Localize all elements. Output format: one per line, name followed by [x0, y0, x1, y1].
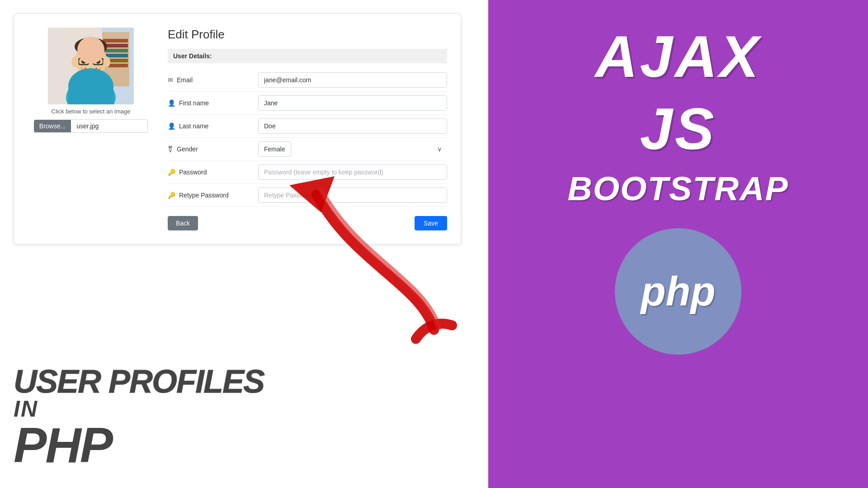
js-title: JS — [640, 99, 716, 158]
avatar-caption: Click below to select an image — [52, 108, 131, 115]
svg-point-13 — [75, 38, 107, 56]
svg-point-9 — [66, 80, 116, 104]
retype-password-input[interactable] — [258, 188, 447, 203]
avatar-image — [48, 28, 134, 104]
password-row: 🔑 Password — [168, 161, 447, 184]
svg-rect-2 — [103, 39, 128, 42]
php-circle: php — [615, 228, 741, 355]
svg-rect-11 — [83, 78, 99, 92]
firstname-icon: 👤 — [168, 99, 175, 107]
firstname-row: 👤 First name — [168, 92, 447, 115]
gender-select-wrapper: Male Female Other — [258, 141, 447, 157]
svg-point-21 — [71, 56, 79, 67]
file-input-row: Browse... user.jpg — [34, 119, 148, 133]
password-input[interactable] — [258, 164, 447, 180]
form-section: Edit Profile User Details: ✉ Email 👤 Fir… — [168, 28, 447, 230]
email-icon: ✉ — [168, 76, 173, 84]
form-title: Edit Profile — [168, 28, 447, 42]
lastname-row: 👤 Last name — [168, 115, 447, 138]
svg-point-19 — [81, 59, 86, 64]
ajax-title: AJAX — [595, 27, 761, 86]
retype-password-row: 🔑 Retype Password — [168, 184, 447, 207]
svg-point-20 — [96, 59, 100, 64]
email-label: ✉ Email — [168, 76, 258, 84]
lastname-label: 👤 Last name — [168, 122, 258, 130]
gender-label: ⚧ Gender — [168, 145, 258, 153]
php-text: php — [641, 268, 716, 315]
password-label: 🔑 Password — [168, 169, 258, 176]
form-actions: Back Save — [168, 216, 447, 230]
retype-password-icon: 🔑 — [168, 192, 175, 199]
gender-select[interactable]: Male Female Other — [258, 141, 291, 157]
bottom-title-line1: User Profiles — [14, 365, 488, 398]
save-button[interactable]: Save — [415, 216, 447, 230]
svg-rect-10 — [86, 68, 95, 80]
svg-point-22 — [103, 56, 110, 67]
email-input[interactable] — [258, 72, 447, 88]
lastname-icon: 👤 — [168, 122, 175, 130]
file-name-display: user.jpg — [71, 119, 148, 133]
bottom-title-line3: PHP — [14, 420, 488, 470]
email-row: ✉ Email — [168, 69, 447, 92]
firstname-label: 👤 First name — [168, 99, 258, 107]
svg-point-12 — [75, 43, 107, 77]
left-panel: Click below to select an image Browse...… — [0, 0, 488, 488]
edit-profile-card: Click below to select an image Browse...… — [14, 14, 461, 244]
right-panel: AJAX JS Bootstrap php — [488, 0, 868, 488]
bottom-text: User Profiles in PHP — [14, 365, 488, 470]
retype-password-label: 🔑 Retype Password — [168, 192, 258, 199]
password-icon: 🔑 — [168, 169, 175, 176]
svg-rect-4 — [103, 49, 128, 52]
section-header: User Details: — [168, 49, 447, 63]
firstname-input[interactable] — [258, 95, 447, 111]
avatar-section: Click below to select an image Browse...… — [28, 28, 154, 230]
gender-icon: ⚧ — [168, 145, 173, 153]
bootstrap-title: Bootstrap — [568, 172, 789, 206]
browse-button[interactable]: Browse... — [34, 120, 71, 132]
lastname-input[interactable] — [258, 118, 447, 134]
gender-row: ⚧ Gender Male Female Other — [168, 138, 447, 161]
back-button[interactable]: Back — [168, 216, 198, 230]
